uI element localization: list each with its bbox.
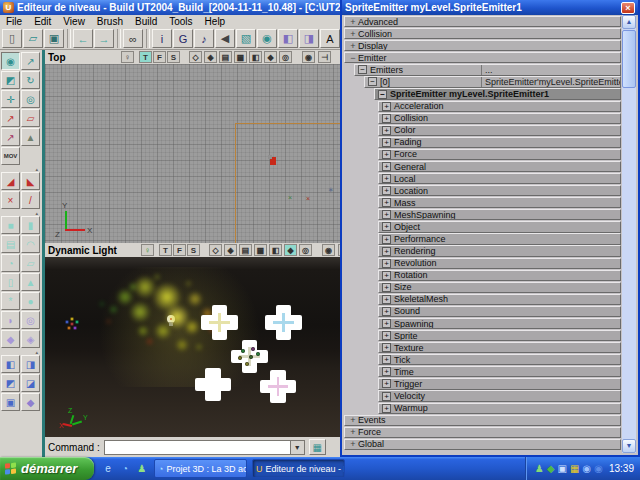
task-projet3d[interactable]: ◔Projet 3D : La 3D acc... bbox=[154, 459, 247, 478]
category-expand-icon[interactable]: + bbox=[382, 126, 391, 135]
brush-clip-2-button[interactable]: ◣ bbox=[21, 172, 40, 190]
cylinder-brush-button[interactable]: ▯ bbox=[1, 273, 20, 291]
task-editeur[interactable]: UEditeur de niveau - B... bbox=[252, 459, 345, 478]
property-section-row[interactable]: +Force bbox=[344, 427, 621, 438]
render-mode-1-icon[interactable]: ◈ bbox=[204, 51, 217, 63]
property-category-row[interactable]: +Warmup bbox=[344, 403, 621, 414]
property-category-row[interactable]: +Size bbox=[344, 282, 621, 293]
category-expand-icon[interactable]: + bbox=[382, 235, 391, 244]
category-expand-icon[interactable]: + bbox=[382, 404, 391, 413]
tree-value[interactable]: SpriteEmitter'myLevel.SpriteEmitter1' bbox=[481, 77, 621, 86]
matinee-button[interactable]: MOV bbox=[1, 147, 20, 165]
scrollbar-thumb[interactable] bbox=[622, 30, 636, 88]
vertex-editing-button[interactable]: ◩ bbox=[1, 71, 20, 89]
property-section-row[interactable]: +Display bbox=[344, 40, 621, 51]
sound-browser-button[interactable]: ◀ bbox=[215, 29, 235, 48]
cuboid-brush-button[interactable]: ▮ bbox=[21, 216, 40, 234]
curved-ramp-brush-button[interactable]: ◗ bbox=[1, 311, 20, 329]
category-expand-icon[interactable]: + bbox=[382, 392, 391, 401]
stair-brush-button[interactable]: ▤ bbox=[1, 235, 20, 253]
category-expand-icon[interactable]: + bbox=[382, 114, 391, 123]
joystick-icon[interactable]: ♀ bbox=[141, 244, 154, 256]
render-mode-2-icon[interactable]: ▤ bbox=[219, 51, 232, 63]
csg-add-button[interactable]: ◧ bbox=[1, 355, 20, 373]
security-center-icon[interactable]: ◆ bbox=[547, 464, 555, 474]
viewmode-f-button[interactable]: F bbox=[173, 244, 186, 256]
viewport-top-canvas[interactable]: Y X Z ××∗ bbox=[45, 64, 340, 243]
messenger-tray-icon[interactable]: ♟ bbox=[535, 464, 544, 474]
menu-edit[interactable]: Edit bbox=[28, 16, 57, 27]
category-expand-icon[interactable]: + bbox=[382, 259, 391, 268]
render-mode-4-icon[interactable]: ◧ bbox=[269, 244, 282, 256]
property-category-row[interactable]: +Texture bbox=[344, 342, 621, 353]
network-activity-icon[interactable]: ▦ bbox=[570, 464, 579, 474]
property-section-row[interactable]: −Emitter bbox=[344, 52, 621, 63]
pin-viewport-icon[interactable]: ⊣ bbox=[318, 51, 331, 63]
face-drag-button[interactable]: ↗ bbox=[1, 128, 20, 146]
menu-view[interactable]: View bbox=[57, 16, 91, 27]
property-category-row[interactable]: +Local bbox=[344, 173, 621, 184]
add-volume-button[interactable]: ◆ bbox=[21, 393, 40, 411]
csg-intersect-button[interactable]: ◩ bbox=[1, 374, 20, 392]
info-tray-icon[interactable]: ◉ bbox=[583, 464, 592, 474]
viewmode-f-button[interactable]: F bbox=[153, 51, 166, 63]
block-brush-button[interactable]: ◈ bbox=[21, 330, 40, 348]
cone-brush-button[interactable]: ▲ bbox=[21, 273, 40, 291]
category-expand-icon[interactable]: + bbox=[382, 283, 391, 292]
special-brush-button[interactable]: ▣ bbox=[1, 393, 20, 411]
category-expand-icon[interactable]: + bbox=[382, 186, 391, 195]
realtime-preview-icon[interactable]: ◉ bbox=[322, 244, 335, 256]
property-category-row[interactable]: +Rotation bbox=[344, 270, 621, 281]
render-mode-2-icon[interactable]: ▤ bbox=[239, 244, 252, 256]
camera-movement-button[interactable]: ◉ bbox=[1, 52, 20, 70]
render-mode-4-icon[interactable]: ◧ bbox=[249, 51, 262, 63]
new-map-button[interactable]: ▯ bbox=[2, 29, 22, 48]
brush-clip-split-button[interactable]: × bbox=[1, 191, 20, 209]
property-category-row[interactable]: +Trigger bbox=[344, 378, 621, 389]
section-expander-icon[interactable]: + bbox=[348, 415, 358, 425]
property-category-row[interactable]: +Revolution bbox=[344, 258, 621, 269]
scroll-up-icon[interactable]: ▲ bbox=[622, 15, 636, 29]
sprite-top-right[interactable] bbox=[265, 305, 302, 340]
updates-icon[interactable]: ▣ bbox=[558, 464, 567, 474]
sprite-middle[interactable] bbox=[231, 340, 268, 373]
section-expander-icon[interactable]: + bbox=[348, 17, 358, 27]
category-expand-icon[interactable]: + bbox=[382, 355, 391, 364]
viewmode-t-button[interactable]: T bbox=[159, 244, 172, 256]
section-expander-icon[interactable]: + bbox=[348, 29, 358, 39]
browser-swirl-icon[interactable]: ◔ bbox=[118, 462, 132, 476]
category-expand-icon[interactable]: + bbox=[382, 102, 391, 111]
command-input[interactable] bbox=[104, 440, 290, 455]
menu-file[interactable]: File bbox=[0, 16, 28, 27]
terrain-editing-button[interactable]: ▲ bbox=[21, 128, 40, 146]
render-mode-5-icon[interactable]: ◆ bbox=[264, 51, 277, 63]
category-expand-icon[interactable]: + bbox=[382, 343, 391, 352]
category-expand-icon[interactable]: + bbox=[382, 331, 391, 340]
tree-collapse-icon[interactable]: − bbox=[358, 65, 367, 74]
property-category-row[interactable]: +Object bbox=[344, 221, 621, 232]
property-category-row[interactable]: +Sprite bbox=[344, 330, 621, 341]
property-category-row[interactable]: +Time bbox=[344, 366, 621, 377]
property-category-row[interactable]: +Velocity bbox=[344, 390, 621, 401]
actor-classes-button[interactable]: A bbox=[320, 29, 340, 48]
help-tray-icon[interactable]: ◉ bbox=[594, 464, 603, 474]
category-expand-icon[interactable]: + bbox=[382, 222, 391, 231]
actor-scale-button[interactable]: ◎ bbox=[21, 90, 40, 108]
properties-title-bar[interactable]: SpriteEmitter myLevel.SpriteEmitter1 × bbox=[342, 0, 638, 15]
undo-button[interactable]: ← bbox=[73, 29, 93, 48]
category-expand-icon[interactable]: + bbox=[382, 295, 391, 304]
actor-mark[interactable]: ∗ bbox=[328, 186, 334, 193]
group-browser-button[interactable]: G bbox=[173, 29, 193, 48]
brush-clipping-button[interactable]: ↗ bbox=[1, 109, 20, 127]
property-category-row[interactable]: +SkeletalMesh bbox=[344, 294, 621, 305]
close-icon[interactable]: × bbox=[621, 2, 635, 14]
texture-browser-button[interactable]: ▧ bbox=[236, 29, 256, 48]
category-expand-icon[interactable]: + bbox=[382, 367, 391, 376]
section-expander-icon[interactable]: + bbox=[348, 439, 358, 449]
realtime-preview-icon[interactable]: ◉ bbox=[302, 51, 315, 63]
static-mesh-browser-button[interactable]: ◨ bbox=[299, 29, 319, 48]
save-map-button[interactable]: ▣ bbox=[44, 29, 64, 48]
category-expand-icon[interactable]: + bbox=[382, 210, 391, 219]
polygon-draw-button[interactable]: ▱ bbox=[21, 109, 40, 127]
volumetric-brush-button[interactable]: * bbox=[1, 292, 20, 310]
